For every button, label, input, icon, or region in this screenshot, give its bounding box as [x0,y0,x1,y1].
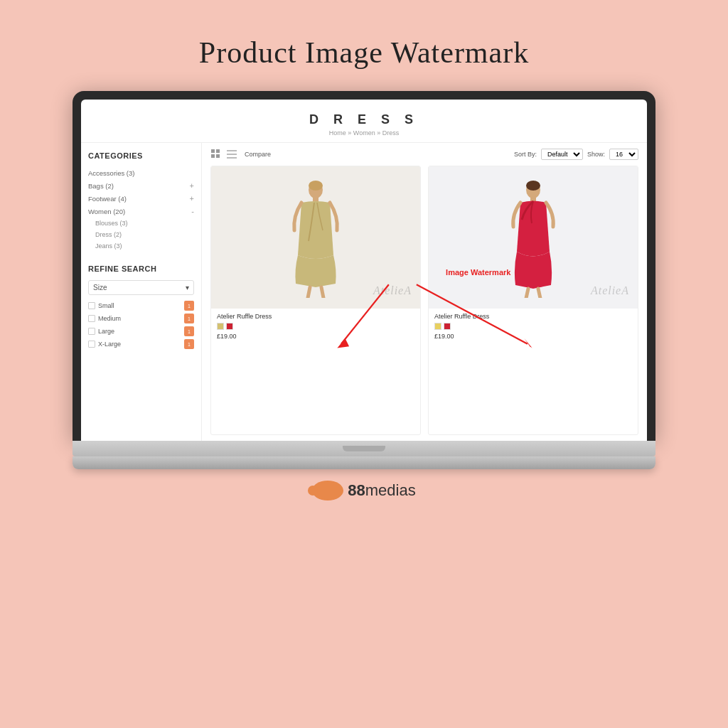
cat-women[interactable]: Women (20) - [88,205,194,218]
color-swatch-yellow[interactable] [434,323,441,330]
product-card-2[interactable]: AtelieA Atelier Ruffle Dress £19.00 [428,166,638,435]
view-grid-button[interactable] [210,149,222,159]
store-name: D R E S S [81,112,647,127]
svg-rect-2 [211,154,215,158]
bottom-logo: 88medias [312,481,415,500]
chevron-down-icon: ▾ [186,284,189,291]
watermark-2: AtelieA [591,284,629,297]
size-large-label: Large [98,328,114,335]
size-large-count: 1 [184,326,194,336]
product-colors-2 [434,323,632,330]
product-price-2: £19.00 [434,333,632,340]
toolbar: Compare Sort By: Default Show: 16 [210,149,638,160]
cat-blouses-label: Blouses (3) [95,220,128,227]
size-xlarge-checkbox[interactable] [88,341,95,348]
cat-bags-expand[interactable]: + [190,181,194,190]
laptop-base [73,441,655,456]
svg-rect-3 [216,154,220,158]
svg-rect-0 [211,149,215,153]
cat-dress-label: Dress (2) [95,231,122,238]
cat-bags-label: Bags (2) [88,182,114,190]
show-label: Show: [587,151,605,158]
color-swatch-beige[interactable] [217,323,224,330]
screen-content: D R E S S Home » Women » Dress CATEGORIE… [81,100,647,441]
svg-rect-4 [227,150,237,151]
cat-footwear-label: Footwear (4) [88,195,127,203]
sidebar: CATEGORIES Accessories (3) Bags (2) + Fo… [81,143,202,441]
laptop-mockup: D R E S S Home » Women » Dress CATEGORIE… [73,91,655,469]
categories-title: CATEGORIES [88,151,194,160]
size-small-count: 1 [184,301,194,311]
toolbar-right: Sort By: Default Show: 16 [514,149,638,160]
size-xlarge[interactable]: X-Large 1 [88,339,194,349]
main-content: Compare Sort By: Default Show: 16 [202,143,647,441]
view-list-button[interactable] [226,149,237,159]
cat-women-label: Women (20) [88,208,125,215]
cat-dress[interactable]: Dress (2) [95,229,194,240]
laptop-screen: D R E S S Home » Women » Dress CATEGORIE… [81,100,647,441]
breadcrumb: Home » Women » Dress [81,129,647,136]
content-area: CATEGORIES Accessories (3) Bags (2) + Fo… [81,143,647,441]
cat-bags[interactable]: Bags (2) + [88,179,194,192]
cat-footwear[interactable]: Footwear (4) + [88,192,194,205]
product-image-2: AtelieA [429,166,638,309]
svg-rect-1 [216,149,220,153]
product-colors-1 [217,323,414,330]
size-filter[interactable]: Size ▾ [88,280,194,295]
logo-text: 88medias [348,481,415,500]
svg-point-8 [309,181,323,191]
svg-rect-5 [227,154,237,155]
cat-blouses[interactable]: Blouses (3) [95,218,194,229]
product-price-1: £19.00 [217,333,414,340]
size-filter-label: Size [93,284,107,291]
page-title: Product Image Watermark [199,36,529,70]
product-info-1: Atelier Ruffle Dress £19.00 [211,309,420,344]
color-swatch-red-1[interactable] [226,323,233,330]
cat-jeans[interactable]: Jeans (3) [95,240,194,252]
product-name-2: Atelier Ruffle Dress [434,313,632,320]
refine-title: REFINE SEARCH [88,264,194,273]
size-xlarge-label: X-Large [98,341,121,348]
svg-point-11 [526,181,540,191]
cat-accessories[interactable]: Accessories (3) [88,167,194,179]
size-medium-count: 1 [184,314,194,323]
cat-jeans-label: Jeans (3) [95,242,122,250]
logo-brand-name: medias [365,481,416,499]
products-grid: AtelieA Atelier Ruffle Dress £19.00 [210,166,638,435]
dress-figure-2 [505,177,562,298]
dress-figure-1 [287,177,344,298]
store-header: D R E S S Home » Women » Dress [81,100,647,143]
size-medium[interactable]: Medium 1 [88,314,194,323]
product-card-1[interactable]: AtelieA Atelier Ruffle Dress £19.00 [210,166,421,435]
product-name-1: Atelier Ruffle Dress [217,313,414,320]
size-xlarge-count: 1 [184,339,194,349]
laptop-screen-outer: D R E S S Home » Women » Dress CATEGORIE… [73,91,655,441]
laptop-bottom [73,456,655,469]
cat-women-expand[interactable]: - [191,207,194,215]
compare-button[interactable]: Compare [245,151,271,158]
logo-icon [312,481,343,500]
cat-footwear-expand[interactable]: + [190,194,194,203]
sort-label: Sort By: [514,151,537,158]
size-medium-checkbox[interactable] [88,315,95,322]
size-medium-label: Medium [98,315,121,322]
logo-brand-number: 88 [348,481,365,499]
size-large-checkbox[interactable] [88,328,95,335]
cat-accessories-label: Accessories (3) [88,169,134,177]
color-swatch-red-2[interactable] [444,323,451,330]
size-large[interactable]: Large 1 [88,326,194,336]
product-info-2: Atelier Ruffle Dress £19.00 [429,309,638,344]
show-select[interactable]: 16 [609,149,638,160]
watermark-1: AtelieA [373,284,412,297]
size-small-checkbox[interactable] [88,302,95,309]
cat-subcategories: Blouses (3) Dress (2) Jeans (3) [88,218,194,252]
svg-rect-6 [227,157,237,159]
size-small[interactable]: Small 1 [88,301,194,311]
size-small-label: Small [98,302,114,309]
product-image-1: AtelieA [211,166,420,309]
sort-select[interactable]: Default [541,149,583,160]
